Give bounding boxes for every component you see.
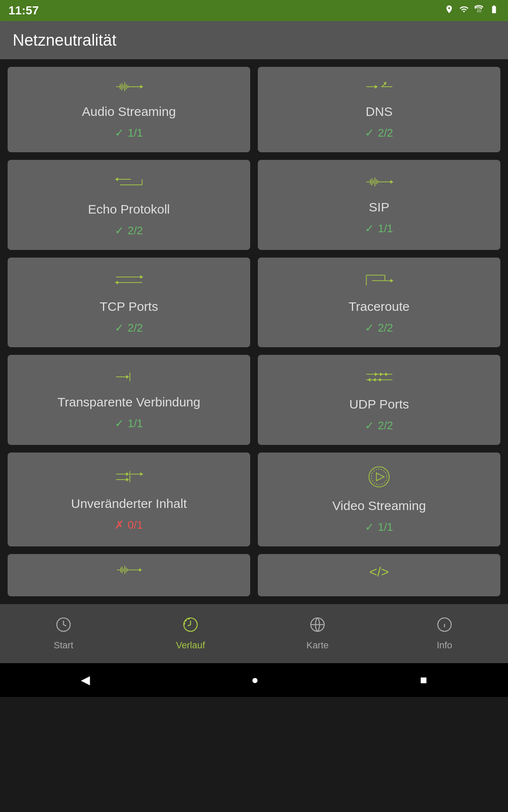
svg-marker-10 <box>375 85 378 89</box>
traceroute-status: ✓ 2/2 <box>365 321 393 335</box>
transparente-check-icon: ✓ <box>115 417 124 430</box>
status-icons <box>444 5 500 16</box>
battery-icon <box>489 5 500 16</box>
svg-marker-44 <box>375 373 378 376</box>
card-unveraenderter-inhalt[interactable]: Unveränderter Inhalt ✗ 0/1 <box>8 453 250 546</box>
svg-marker-40 <box>126 375 129 379</box>
dns-status: ✓ 2/2 <box>365 126 393 140</box>
nav-info-label: Info <box>437 640 453 651</box>
nav-karte-label: Karte <box>306 640 329 651</box>
verlauf-icon <box>182 617 199 636</box>
nav-verlauf-label: Verlauf <box>176 640 205 651</box>
unveraenderter-inhalt-title: Unveränderter Inhalt <box>71 497 187 511</box>
wifi-icon <box>459 5 469 16</box>
echo-check-icon: ✓ <box>115 224 124 237</box>
udp-check-icon: ✓ <box>365 419 374 432</box>
app-bar: Netzneutralität <box>0 21 508 59</box>
android-nav-bar: ◀ ● ■ <box>0 663 508 697</box>
audio-streaming-title: Audio Streaming <box>82 104 176 119</box>
transparente-verbindung-title: Transparente Verbindung <box>58 395 200 409</box>
traceroute-icon <box>364 270 394 293</box>
audio-streaming-icon <box>114 80 144 98</box>
svg-marker-16 <box>115 178 118 181</box>
card-video-streaming[interactable]: Video Streaming ✓ 1/1 <box>258 453 500 546</box>
tcp-ports-status: ✓ 2/2 <box>115 321 143 335</box>
udp-ports-icon <box>364 368 394 390</box>
location-icon <box>444 5 454 16</box>
svg-marker-30 <box>140 275 143 279</box>
traceroute-check-icon: ✓ <box>365 321 374 335</box>
start-icon <box>55 617 72 636</box>
video-streaming-icon <box>367 465 391 492</box>
bottom-card-audio[interactable] <box>8 554 250 596</box>
card-udp-ports[interactable]: UDP Ports ✓ 2/2 <box>258 355 500 444</box>
nav-karte[interactable]: Karte <box>254 617 381 651</box>
nav-info[interactable]: Info <box>381 617 508 651</box>
card-sip[interactable]: SIP ✓ 1/1 <box>258 160 500 250</box>
video-check-icon: ✓ <box>365 521 374 534</box>
transparente-verbindung-icon <box>114 370 144 388</box>
svg-marker-54 <box>126 477 129 481</box>
udp-ports-title: UDP Ports <box>349 397 409 411</box>
card-tcp-ports[interactable]: TCP Ports ✓ 2/2 <box>8 258 250 347</box>
echo-protokoll-status: ✓ 2/2 <box>115 224 143 237</box>
card-audio-streaming[interactable]: Audio Streaming ✓ 1/1 <box>8 67 250 152</box>
audio-streaming-check-icon: ✓ <box>115 126 124 140</box>
card-echo-protokoll[interactable]: Echo Protokoll ✓ 2/2 <box>8 160 250 250</box>
back-button[interactable]: ◀ <box>81 673 90 687</box>
svg-marker-46 <box>385 373 388 376</box>
audio-streaming-status: ✓ 1/1 <box>115 126 143 140</box>
bottom-card-code[interactable]: </> <box>258 554 500 596</box>
card-dns[interactable]: DNS ✓ 2/2 <box>258 67 500 152</box>
svg-marker-68 <box>139 568 142 571</box>
unveraenderter-x-icon: ✗ <box>115 518 124 532</box>
bottom-cards-row: </> <box>0 554 508 604</box>
tcp-ports-title: TCP Ports <box>100 299 158 314</box>
svg-point-58 <box>369 466 389 487</box>
echo-protokoll-icon <box>114 173 144 195</box>
status-time: 11:57 <box>8 4 39 17</box>
nav-start-label: Start <box>54 640 73 651</box>
traceroute-title: Traceroute <box>349 299 410 314</box>
status-bar: 11:57 <box>0 0 508 21</box>
home-button[interactable]: ● <box>251 673 259 687</box>
svg-marker-32 <box>115 280 118 284</box>
sip-icon <box>364 175 394 193</box>
video-streaming-status: ✓ 1/1 <box>365 521 393 534</box>
svg-marker-8 <box>140 85 143 89</box>
dns-title: DNS <box>366 104 392 119</box>
sip-title: SIP <box>369 200 389 214</box>
svg-marker-50 <box>378 378 381 382</box>
echo-protokoll-title: Echo Protokoll <box>88 202 170 217</box>
nav-verlauf[interactable]: Verlauf <box>127 617 254 651</box>
bottom-code-icon: </> <box>369 564 389 580</box>
karte-icon <box>309 617 326 636</box>
svg-marker-45 <box>380 373 383 376</box>
unveraenderter-inhalt-status: ✗ 0/1 <box>115 518 143 532</box>
udp-ports-status: ✓ 2/2 <box>365 419 393 432</box>
cards-grid: Audio Streaming ✓ 1/1 DNS ✓ 2/2 <box>0 59 508 554</box>
page-title: Netzneutralität <box>13 31 116 49</box>
card-traceroute[interactable]: Traceroute ✓ 2/2 <box>258 258 500 347</box>
unveraenderter-inhalt-icon <box>114 467 144 490</box>
svg-marker-49 <box>373 378 375 382</box>
nav-start[interactable]: Start <box>0 617 127 651</box>
tcp-ports-icon <box>114 270 144 293</box>
bottom-audio-icon <box>115 564 143 580</box>
svg-marker-28 <box>390 180 393 184</box>
sip-check-icon: ✓ <box>365 222 374 235</box>
bottom-navigation: Start Verlauf Karte <box>0 604 508 663</box>
transparente-verbindung-status: ✓ 1/1 <box>115 417 143 430</box>
sip-status: ✓ 1/1 <box>365 222 393 235</box>
recent-button[interactable]: ■ <box>420 673 427 687</box>
svg-marker-48 <box>367 378 370 382</box>
card-transparente-verbindung[interactable]: Transparente Verbindung ✓ 1/1 <box>8 355 250 444</box>
video-streaming-title: Video Streaming <box>332 499 426 513</box>
svg-marker-57 <box>140 472 143 476</box>
svg-marker-36 <box>390 279 393 283</box>
signal-icon <box>474 5 483 16</box>
svg-marker-52 <box>126 472 129 476</box>
dns-check-icon: ✓ <box>365 126 374 140</box>
tcp-check-icon: ✓ <box>115 321 124 335</box>
dns-icon <box>364 80 394 98</box>
